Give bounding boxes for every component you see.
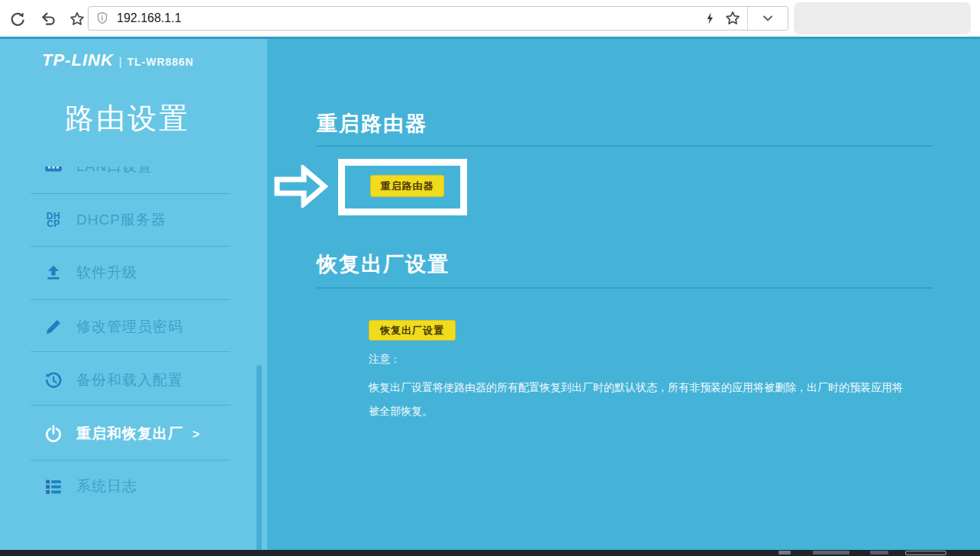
url-dropdown-button[interactable] [748,7,788,30]
sidebar-scrollbar[interactable] [256,365,262,556]
chevron-down-icon [760,11,775,26]
menu-separator [31,351,230,352]
restart-router-button[interactable]: 重启路由器 [370,175,444,197]
lightning-icon[interactable] [701,10,718,27]
sidebar-item-backup-restore[interactable]: 备份和载入配置 [0,364,267,397]
sidebar-item-label: 软件升级 [76,263,137,283]
back-arrow-icon [40,11,56,27]
sidebar-title: 路由设置 [65,99,190,138]
factory-section-divider [317,287,933,289]
site-info-shield-icon[interactable] [95,11,110,26]
blurred-region [794,2,971,34]
chevron-right-icon: > [192,428,200,441]
url-input[interactable] [117,11,701,25]
page-top-divider [0,37,980,39]
sidebar-item-dhcp[interactable]: DH CP DHCP服务器 [0,203,267,237]
menu-separator [31,405,230,406]
taskbar-item [905,551,946,555]
sidebar-item-system-log[interactable]: 系统日志 [0,470,267,503]
menu-separator [31,246,230,247]
log-list-icon [43,476,64,497]
tplink-logo: TP-LINK [42,50,114,70]
address-bar[interactable] [88,6,788,31]
sidebar: LAN口设置 DH CP DHCP服务器 软件升级 [0,37,267,556]
sidebar-item-label: 系统日志 [76,477,137,496]
taskbar-item [870,551,888,554]
bookmark-button[interactable] [69,11,85,27]
sidebar-item-reboot-factory[interactable]: 重启和恢复出厂> [0,417,267,451]
sidebar-item-label: 备份和载入配置 [76,370,183,390]
browser-toolbar [0,0,980,37]
refresh-button[interactable] [9,11,26,27]
upload-icon [43,262,64,283]
back-button[interactable] [40,11,56,27]
menu-separator [31,299,230,300]
restart-section-divider [317,145,933,147]
pencil-icon [43,316,64,338]
router-model: TL-WR886N [127,56,194,68]
taskbar-strip [0,550,980,556]
note-text: 恢复出厂设置将使路由器的所有配置恢复到出厂时的默认状态，所有非预装的应用将被删除… [369,376,903,423]
sidebar-item-label: DHCP服务器 [76,210,166,230]
note-label: 注意： [369,353,401,367]
router-admin-page: LAN口设置 DH CP DHCP服务器 软件升级 [0,37,980,556]
taskbar-item [813,551,849,554]
factory-section-title: 恢复出厂设置 [317,251,450,278]
sidebar-item-change-password[interactable]: 修改管理员密码 [0,310,267,344]
menu-separator [31,193,230,194]
history-icon [43,370,64,391]
brand-divider: | [119,56,122,68]
sidebar-item-firmware-upgrade[interactable]: 软件升级 [0,256,267,289]
main-content: 重启路由器 重启路由器 恢复出厂设置 恢复出厂设置 注意： 恢复出厂设置将使路由… [267,37,980,556]
taskbar-item [779,551,791,554]
menu-separator [31,460,230,461]
annotation-arrow-icon [273,165,328,208]
refresh-icon [9,11,26,27]
favorite-star-icon[interactable] [724,10,741,27]
power-icon [43,423,64,444]
restart-section-title: 重启路由器 [317,110,427,137]
star-icon [69,11,85,27]
factory-reset-button[interactable]: 恢复出厂设置 [369,320,456,341]
sidebar-header: TP-LINK|TL-WR886N 路由设置 [0,37,267,166]
dhcp-icon: DH CP [43,209,64,231]
sidebar-item-label: 修改管理员密码 [76,317,183,337]
sidebar-item-label: 重启和恢复出厂> [76,424,200,444]
